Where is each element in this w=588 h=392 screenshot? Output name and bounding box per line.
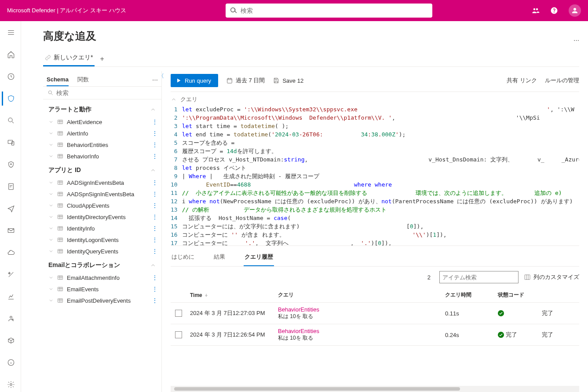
chevron-down-icon — [48, 203, 54, 208]
schema-more-icon[interactable]: ⋯ — [152, 77, 158, 83]
tab-getting-started[interactable]: はじめに — [171, 250, 195, 266]
rail-search[interactable] — [2, 114, 19, 128]
rail-shield[interactable] — [2, 92, 19, 106]
schema-group-header[interactable]: アプリと ID — [43, 162, 161, 177]
timerange-picker[interactable]: 過去 7 日間 — [226, 77, 265, 84]
rail-box[interactable] — [2, 333, 19, 348]
schema-table-item[interactable]: IdentityInfo⋮ — [43, 223, 161, 234]
results-bar: 2 列のカスタマイズ — [171, 267, 579, 288]
table-row[interactable]: 2024 年 3 月 7日12:26:54 PMBehaviorEntities… — [171, 324, 579, 346]
results-count: 2 — [427, 274, 431, 281]
table-icon — [57, 286, 63, 292]
tab-new-query[interactable]: 新しいクエリ* — [43, 51, 95, 66]
schema-table-item[interactable]: AADSignInEventsBeta⋮ — [43, 177, 161, 188]
save-button[interactable]: Save 12 — [273, 77, 303, 84]
svg-rect-5 — [9, 183, 14, 190]
rail-clock[interactable] — [2, 70, 19, 84]
row-checkbox[interactable] — [175, 331, 182, 338]
horizontal-scrollbar[interactable] — [171, 386, 579, 392]
schema-table-item[interactable]: AADSpnSignInEventsBeta⋮ — [43, 188, 161, 200]
row-checkbox[interactable] — [175, 310, 182, 317]
schema-table-item[interactable]: CloudAppEvents⋮ — [43, 200, 161, 211]
rail-settings[interactable] — [2, 377, 19, 392]
query-section-header[interactable]: クエリ — [171, 92, 579, 105]
schema-table-item[interactable]: BehaviorInfo⋮ — [43, 150, 161, 162]
rail-send[interactable] — [2, 201, 19, 216]
schema-table-item[interactable]: IdentityDirectoryEvents⋮ — [43, 211, 161, 223]
th-duration[interactable]: クエリ時間 — [445, 291, 498, 299]
tab-history[interactable]: クエリ履歴 — [244, 250, 274, 266]
share-link[interactable]: 共有 リンク — [507, 77, 537, 84]
svg-rect-16 — [58, 181, 63, 184]
schema-table-item[interactable]: BehaviorEntities⋮ — [43, 139, 161, 150]
schema-panel: 〈 Schema 関数 ⋯ アラートと動作AlertEvidence⋮Alert… — [43, 71, 162, 392]
run-query-button[interactable]: Run query — [171, 74, 218, 87]
page-more-icon[interactable]: ⋯ — [573, 37, 579, 44]
item-more-icon[interactable]: ⋮ — [152, 118, 158, 125]
item-more-icon[interactable]: ⋮ — [152, 202, 158, 209]
item-more-icon[interactable]: ⋮ — [152, 236, 158, 243]
schema-table-item[interactable]: EmailEvents⋮ — [43, 283, 161, 295]
item-more-icon[interactable]: ⋮ — [152, 225, 158, 232]
user-avatar[interactable] — [569, 4, 581, 17]
item-more-icon[interactable]: ⋮ — [152, 286, 158, 293]
svg-rect-25 — [58, 299, 63, 302]
global-search-input[interactable] — [241, 7, 428, 14]
schema-group-header[interactable]: Emailとコラボレーション — [43, 257, 161, 272]
item-more-icon[interactable]: ⋮ — [152, 213, 158, 220]
rail-cloud[interactable] — [2, 245, 19, 260]
tab-add[interactable]: + — [97, 55, 106, 63]
chevron-down-icon — [48, 298, 54, 303]
rules-link[interactable]: ルールの管理 — [545, 77, 579, 84]
chevron-up-icon — [171, 96, 177, 103]
schema-search[interactable] — [43, 87, 161, 99]
th-time[interactable]: Time — [190, 292, 202, 298]
rail-menu[interactable] — [2, 26, 19, 40]
schema-tab-functions[interactable]: 関数 — [77, 73, 89, 86]
rail-lock[interactable] — [2, 158, 19, 172]
table-icon — [57, 119, 63, 125]
schema-table-item[interactable]: IdentityQueryEvents⋮ — [43, 245, 161, 257]
th-query[interactable]: クエリ — [278, 291, 445, 299]
item-more-icon[interactable]: ⋮ — [152, 274, 158, 281]
rail-page[interactable] — [2, 180, 19, 194]
svg-rect-22 — [58, 249, 63, 253]
tab-results[interactable]: 結果 — [213, 250, 226, 266]
item-more-icon[interactable]: ⋮ — [152, 130, 158, 137]
schema-search-input[interactable] — [56, 89, 157, 96]
item-search-input[interactable] — [439, 271, 519, 283]
table-icon — [57, 248, 63, 254]
item-more-icon[interactable]: ⋮ — [152, 141, 158, 148]
schema-tab-schema[interactable]: Schema — [47, 73, 69, 86]
schema-table-item[interactable]: AlertInfo⋮ — [43, 128, 161, 139]
schema-table-item[interactable]: IdentityLogonEvents⋮ — [43, 234, 161, 245]
schema-table-item[interactable]: EmailAttachmentInfo⋮ — [43, 272, 161, 283]
item-more-icon[interactable]: ⋮ — [152, 297, 158, 304]
item-more-icon[interactable]: ⋮ — [152, 191, 158, 198]
help-icon[interactable] — [550, 7, 558, 15]
schema-table-item[interactable]: EmailPostDeliveryEvents⋮ — [43, 295, 161, 306]
rail-person[interactable] — [2, 311, 19, 326]
rail-chart[interactable] — [2, 289, 19, 304]
table-icon — [57, 130, 63, 136]
th-status[interactable]: 状態コード — [498, 291, 542, 299]
rail-wand[interactable] — [2, 267, 19, 282]
collapse-schema-icon[interactable]: 〈 — [158, 72, 164, 80]
code-editor[interactable]: 1 2 3 4 5 6 7 8 9 10 11 12 13 14 15 16 1… — [171, 105, 579, 246]
customize-columns[interactable]: 列のカスタマイズ — [524, 273, 579, 281]
cell-duration: 0.24s — [445, 332, 498, 338]
people-icon[interactable] — [532, 7, 540, 15]
item-more-icon[interactable]: ⋮ — [152, 179, 158, 186]
schema-table-item[interactable]: AlertEvidence⋮ — [43, 116, 161, 128]
rail-home[interactable] — [2, 48, 19, 62]
item-more-icon[interactable]: ⋮ — [152, 248, 158, 255]
table-row[interactable]: 2024 年 3 月 7日12:27:03 PMBehaviorEntities… — [171, 303, 579, 324]
columns-label: 列のカスタマイズ — [533, 273, 579, 281]
rail-mail[interactable] — [2, 223, 19, 238]
rail-info[interactable] — [2, 355, 19, 370]
schema-group-header[interactable]: アラートと動作 — [43, 101, 161, 116]
rail-devices[interactable] — [2, 136, 19, 150]
item-more-icon[interactable]: ⋮ — [152, 153, 158, 160]
table-icon — [57, 225, 63, 231]
global-search[interactable] — [226, 4, 432, 18]
